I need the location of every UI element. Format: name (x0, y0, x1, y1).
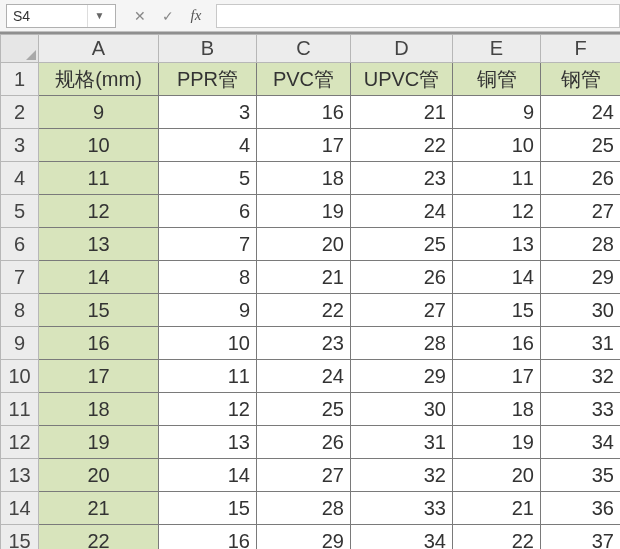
cell[interactable]: 30 (351, 393, 453, 426)
cell[interactable]: 34 (541, 426, 621, 459)
cell[interactable]: 36 (541, 492, 621, 525)
cell[interactable]: 23 (351, 162, 453, 195)
cell[interactable]: 25 (351, 228, 453, 261)
cell[interactable]: 13 (39, 228, 159, 261)
cell[interactable]: 29 (257, 525, 351, 550)
cell[interactable]: 20 (257, 228, 351, 261)
cell[interactable]: 27 (257, 459, 351, 492)
cell[interactable]: 5 (159, 162, 257, 195)
cell[interactable]: 22 (257, 294, 351, 327)
cell[interactable]: 11 (453, 162, 541, 195)
cell[interactable]: 15 (39, 294, 159, 327)
name-box-input[interactable] (7, 5, 87, 27)
cell[interactable]: 33 (351, 492, 453, 525)
row-header[interactable]: 15 (1, 525, 39, 550)
cell[interactable]: 33 (541, 393, 621, 426)
cell[interactable]: 32 (351, 459, 453, 492)
cell[interactable]: 21 (39, 492, 159, 525)
confirm-icon[interactable]: ✓ (154, 4, 182, 28)
cell[interactable]: 7 (159, 228, 257, 261)
cell[interactable]: 28 (541, 228, 621, 261)
cell[interactable]: 10 (453, 129, 541, 162)
cell[interactable]: 8 (159, 261, 257, 294)
cancel-icon[interactable]: ✕ (126, 4, 154, 28)
cell[interactable]: 18 (257, 162, 351, 195)
cell[interactable]: 20 (453, 459, 541, 492)
row-header[interactable]: 13 (1, 459, 39, 492)
cell[interactable]: 23 (257, 327, 351, 360)
cell[interactable]: 31 (541, 327, 621, 360)
cell[interactable]: 22 (351, 129, 453, 162)
row-header[interactable]: 6 (1, 228, 39, 261)
cell[interactable]: 27 (351, 294, 453, 327)
cell[interactable]: 19 (39, 426, 159, 459)
cell[interactable]: 32 (541, 360, 621, 393)
cell[interactable]: 13 (159, 426, 257, 459)
cell[interactable]: 15 (159, 492, 257, 525)
col-header-E[interactable]: E (453, 35, 541, 63)
cell[interactable]: 15 (453, 294, 541, 327)
spreadsheet-grid[interactable]: A B C D E F 1 规格(mm) PPR管 PVC管 UPVC管 铜管 … (0, 32, 620, 549)
cell[interactable]: 30 (541, 294, 621, 327)
cell[interactable]: 21 (257, 261, 351, 294)
cell[interactable]: 4 (159, 129, 257, 162)
row-header[interactable]: 4 (1, 162, 39, 195)
cell[interactable]: 14 (39, 261, 159, 294)
col-header-F[interactable]: F (541, 35, 621, 63)
cell[interactable]: 6 (159, 195, 257, 228)
cell[interactable]: 37 (541, 525, 621, 550)
cell[interactable]: 22 (453, 525, 541, 550)
cell[interactable]: 18 (453, 393, 541, 426)
col-header-B[interactable]: B (159, 35, 257, 63)
cell[interactable]: 35 (541, 459, 621, 492)
cell[interactable]: 26 (541, 162, 621, 195)
cell[interactable]: 10 (39, 129, 159, 162)
cell[interactable]: 17 (453, 360, 541, 393)
cell[interactable]: 19 (453, 426, 541, 459)
cell[interactable]: 14 (159, 459, 257, 492)
cell[interactable]: 铜管 (453, 63, 541, 96)
cell[interactable]: 24 (257, 360, 351, 393)
cell[interactable]: 12 (159, 393, 257, 426)
cell[interactable]: 24 (351, 195, 453, 228)
row-header[interactable]: 11 (1, 393, 39, 426)
cell[interactable]: 9 (39, 96, 159, 129)
name-box[interactable]: ▼ (6, 4, 116, 28)
cell[interactable]: 规格(mm) (39, 63, 159, 96)
cell[interactable]: 22 (39, 525, 159, 550)
cell[interactable]: UPVC管 (351, 63, 453, 96)
cell[interactable]: 27 (541, 195, 621, 228)
cell[interactable]: 17 (39, 360, 159, 393)
cell[interactable]: 31 (351, 426, 453, 459)
col-header-C[interactable]: C (257, 35, 351, 63)
formula-input[interactable] (216, 4, 620, 28)
cell[interactable]: 11 (39, 162, 159, 195)
row-header[interactable]: 9 (1, 327, 39, 360)
cell[interactable]: 25 (257, 393, 351, 426)
cell[interactable]: 18 (39, 393, 159, 426)
cell[interactable]: 28 (351, 327, 453, 360)
cell[interactable]: 34 (351, 525, 453, 550)
cell[interactable]: PPR管 (159, 63, 257, 96)
cell[interactable]: 9 (453, 96, 541, 129)
row-header[interactable]: 3 (1, 129, 39, 162)
row-header[interactable]: 2 (1, 96, 39, 129)
cell[interactable]: 29 (351, 360, 453, 393)
cell[interactable]: 26 (351, 261, 453, 294)
row-header[interactable]: 12 (1, 426, 39, 459)
cell[interactable]: PVC管 (257, 63, 351, 96)
cell[interactable]: 16 (257, 96, 351, 129)
cell[interactable]: 16 (453, 327, 541, 360)
cell[interactable]: 21 (453, 492, 541, 525)
cell[interactable]: 24 (541, 96, 621, 129)
cell[interactable]: 29 (541, 261, 621, 294)
cell[interactable]: 28 (257, 492, 351, 525)
cell[interactable]: 12 (453, 195, 541, 228)
cell[interactable]: 25 (541, 129, 621, 162)
chevron-down-icon[interactable]: ▼ (87, 5, 111, 27)
cell[interactable]: 17 (257, 129, 351, 162)
fx-icon[interactable]: fx (182, 4, 210, 28)
row-header[interactable]: 14 (1, 492, 39, 525)
col-header-A[interactable]: A (39, 35, 159, 63)
cell[interactable]: 16 (39, 327, 159, 360)
